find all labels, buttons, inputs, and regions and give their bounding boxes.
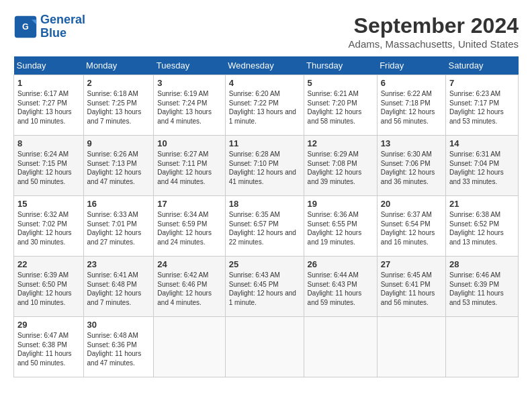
- calendar-day-cell: 9 Sunrise: 6:26 AMSunset: 7:13 PMDayligh…: [83, 136, 154, 196]
- month-title: September 2024: [349, 13, 519, 38]
- calendar-day-cell: 19 Sunrise: 6:36 AMSunset: 6:55 PMDaylig…: [304, 196, 377, 257]
- calendar-day-cell: 30 Sunrise: 6:48 AMSunset: 6:36 PMDaylig…: [83, 317, 154, 377]
- calendar-day-cell: 11 Sunrise: 6:28 AMSunset: 7:10 PMDaylig…: [225, 136, 304, 196]
- logo-icon: G: [13, 15, 38, 39]
- logo-blue: Blue: [40, 26, 66, 40]
- calendar-table: Sunday Monday Tuesday Wednesday Thursday…: [13, 56, 519, 377]
- calendar-day-cell: 6 Sunrise: 6:22 AMSunset: 7:18 PMDayligh…: [377, 75, 445, 136]
- calendar-day-cell: 17 Sunrise: 6:34 AMSunset: 6:59 PMDaylig…: [154, 196, 225, 257]
- day-number: 23: [87, 259, 150, 269]
- calendar-empty-cell: [225, 317, 304, 377]
- day-number: 9: [87, 138, 150, 148]
- day-number: 13: [381, 138, 442, 148]
- calendar-header-row: Sunday Monday Tuesday Wednesday Thursday…: [14, 56, 519, 75]
- day-number: 26: [308, 259, 373, 269]
- day-info: Sunrise: 6:46 AMSunset: 6:39 PMDaylight:…: [449, 271, 504, 306]
- day-number: 24: [157, 259, 221, 269]
- day-number: 22: [17, 259, 80, 269]
- calendar-day-cell: 2 Sunrise: 6:18 AMSunset: 7:25 PMDayligh…: [83, 75, 154, 136]
- svg-text:G: G: [22, 21, 29, 31]
- col-friday: Friday: [377, 56, 445, 75]
- col-sunday: Sunday: [14, 56, 84, 75]
- logo-general: General: [40, 13, 85, 26]
- day-number: 18: [229, 199, 300, 209]
- day-info: Sunrise: 6:35 AMSunset: 6:57 PMDaylight:…: [229, 211, 296, 246]
- calendar-day-cell: 10 Sunrise: 6:27 AMSunset: 7:11 PMDaylig…: [154, 136, 225, 196]
- day-number: 20: [381, 199, 442, 209]
- day-number: 17: [157, 199, 221, 209]
- calendar-day-cell: 29 Sunrise: 6:47 AMSunset: 6:38 PMDaylig…: [14, 317, 84, 377]
- day-info: Sunrise: 6:47 AMSunset: 6:38 PMDaylight:…: [17, 332, 72, 367]
- calendar-week-row: 29 Sunrise: 6:47 AMSunset: 6:38 PMDaylig…: [14, 317, 519, 377]
- calendar-day-cell: 15 Sunrise: 6:32 AMSunset: 7:02 PMDaylig…: [14, 196, 84, 257]
- calendar-day-cell: 8 Sunrise: 6:24 AMSunset: 7:15 PMDayligh…: [14, 136, 84, 196]
- day-info: Sunrise: 6:28 AMSunset: 7:10 PMDaylight:…: [229, 150, 296, 185]
- calendar-day-cell: 5 Sunrise: 6:21 AMSunset: 7:20 PMDayligh…: [304, 75, 377, 136]
- day-info: Sunrise: 6:36 AMSunset: 6:55 PMDaylight:…: [308, 211, 362, 246]
- calendar-week-row: 22 Sunrise: 6:39 AMSunset: 6:50 PMDaylig…: [14, 257, 519, 317]
- day-info: Sunrise: 6:38 AMSunset: 6:52 PMDaylight:…: [449, 211, 504, 246]
- day-info: Sunrise: 6:26 AMSunset: 7:13 PMDaylight:…: [87, 150, 142, 185]
- col-saturday: Saturday: [446, 56, 519, 75]
- day-info: Sunrise: 6:29 AMSunset: 7:08 PMDaylight:…: [308, 150, 362, 185]
- title-area: September 2024 Adams, Massachusetts, Uni…: [349, 13, 519, 50]
- day-number: 19: [308, 199, 373, 209]
- day-number: 3: [157, 78, 221, 88]
- day-info: Sunrise: 6:45 AMSunset: 6:41 PMDaylight:…: [381, 271, 435, 306]
- day-info: Sunrise: 6:43 AMSunset: 6:45 PMDaylight:…: [229, 271, 296, 306]
- col-wednesday: Wednesday: [225, 56, 304, 75]
- calendar-day-cell: 16 Sunrise: 6:33 AMSunset: 7:01 PMDaylig…: [83, 196, 154, 257]
- calendar-day-cell: 13 Sunrise: 6:30 AMSunset: 7:06 PMDaylig…: [377, 136, 445, 196]
- day-number: 12: [308, 138, 373, 148]
- day-info: Sunrise: 6:32 AMSunset: 7:02 PMDaylight:…: [17, 211, 72, 246]
- calendar-day-cell: 23 Sunrise: 6:41 AMSunset: 6:48 PMDaylig…: [83, 257, 154, 317]
- day-number: 2: [87, 78, 150, 88]
- calendar-day-cell: 12 Sunrise: 6:29 AMSunset: 7:08 PMDaylig…: [304, 136, 377, 196]
- calendar-day-cell: 7 Sunrise: 6:23 AMSunset: 7:17 PMDayligh…: [446, 75, 519, 136]
- day-number: 10: [157, 138, 221, 148]
- day-number: 5: [308, 78, 373, 88]
- day-number: 6: [381, 78, 442, 88]
- calendar-day-cell: 25 Sunrise: 6:43 AMSunset: 6:45 PMDaylig…: [225, 257, 304, 317]
- calendar-week-row: 8 Sunrise: 6:24 AMSunset: 7:15 PMDayligh…: [14, 136, 519, 196]
- day-number: 27: [381, 259, 442, 269]
- calendar-day-cell: 21 Sunrise: 6:38 AMSunset: 6:52 PMDaylig…: [446, 196, 519, 257]
- day-info: Sunrise: 6:22 AMSunset: 7:18 PMDaylight:…: [381, 90, 435, 125]
- day-info: Sunrise: 6:44 AMSunset: 6:43 PMDaylight:…: [308, 271, 362, 306]
- calendar-day-cell: 24 Sunrise: 6:42 AMSunset: 6:46 PMDaylig…: [154, 257, 225, 317]
- day-info: Sunrise: 6:39 AMSunset: 6:50 PMDaylight:…: [17, 271, 72, 306]
- calendar-day-cell: 4 Sunrise: 6:20 AMSunset: 7:22 PMDayligh…: [225, 75, 304, 136]
- calendar-empty-cell: [154, 317, 225, 377]
- calendar-day-cell: 3 Sunrise: 6:19 AMSunset: 7:24 PMDayligh…: [154, 75, 225, 136]
- day-info: Sunrise: 6:41 AMSunset: 6:48 PMDaylight:…: [87, 271, 142, 306]
- day-number: 16: [87, 199, 150, 209]
- day-number: 21: [449, 199, 515, 209]
- calendar-week-row: 15 Sunrise: 6:32 AMSunset: 7:02 PMDaylig…: [14, 196, 519, 257]
- day-info: Sunrise: 6:19 AMSunset: 7:24 PMDaylight:…: [157, 90, 212, 125]
- day-number: 1: [17, 78, 80, 88]
- col-thursday: Thursday: [304, 56, 377, 75]
- calendar-day-cell: 27 Sunrise: 6:45 AMSunset: 6:41 PMDaylig…: [377, 257, 445, 317]
- col-monday: Monday: [83, 56, 154, 75]
- calendar-day-cell: 18 Sunrise: 6:35 AMSunset: 6:57 PMDaylig…: [225, 196, 304, 257]
- calendar-day-cell: 1 Sunrise: 6:17 AMSunset: 7:27 PMDayligh…: [14, 75, 84, 136]
- calendar-day-cell: 22 Sunrise: 6:39 AMSunset: 6:50 PMDaylig…: [14, 257, 84, 317]
- calendar-day-cell: 14 Sunrise: 6:31 AMSunset: 7:04 PMDaylig…: [446, 136, 519, 196]
- day-info: Sunrise: 6:23 AMSunset: 7:17 PMDaylight:…: [449, 90, 504, 125]
- day-info: Sunrise: 6:24 AMSunset: 7:15 PMDaylight:…: [17, 150, 72, 185]
- day-info: Sunrise: 6:48 AMSunset: 6:36 PMDaylight:…: [87, 332, 142, 367]
- logo: G General Blue: [13, 13, 85, 40]
- day-number: 14: [449, 138, 515, 148]
- day-info: Sunrise: 6:21 AMSunset: 7:20 PMDaylight:…: [308, 90, 362, 125]
- day-number: 7: [449, 78, 515, 88]
- day-number: 11: [229, 138, 300, 148]
- day-number: 28: [449, 259, 515, 269]
- day-number: 29: [17, 320, 80, 330]
- day-info: Sunrise: 6:18 AMSunset: 7:25 PMDaylight:…: [87, 90, 142, 125]
- calendar-empty-cell: [304, 317, 377, 377]
- day-info: Sunrise: 6:34 AMSunset: 6:59 PMDaylight:…: [157, 211, 212, 246]
- calendar-empty-cell: [446, 317, 519, 377]
- calendar-day-cell: 26 Sunrise: 6:44 AMSunset: 6:43 PMDaylig…: [304, 257, 377, 317]
- day-info: Sunrise: 6:37 AMSunset: 6:54 PMDaylight:…: [381, 211, 435, 246]
- calendar-day-cell: 20 Sunrise: 6:37 AMSunset: 6:54 PMDaylig…: [377, 196, 445, 257]
